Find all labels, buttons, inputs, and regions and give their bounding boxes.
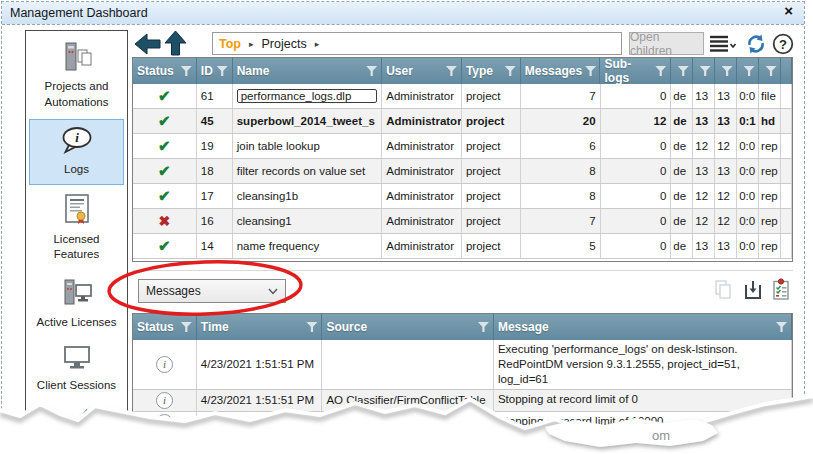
column-header-sub-logs[interactable]: Sub-logs (600, 58, 671, 84)
table-cell: de (671, 184, 693, 208)
breadcrumb: Top ▸ Projects ▸ (212, 32, 622, 55)
table-cell: 0:0 (737, 134, 759, 158)
column-header-status[interactable]: Status (133, 58, 197, 84)
refresh-icon[interactable] (745, 33, 767, 59)
column-header[interactable] (759, 58, 781, 84)
column-header-message[interactable]: Message (494, 314, 792, 340)
column-header[interactable] (715, 58, 737, 84)
table-row[interactable]: ✔19join table lookupAdministratorproject… (133, 134, 792, 159)
column-header-name[interactable]: Name (233, 58, 382, 84)
column-header[interactable] (737, 58, 759, 84)
table-cell: 19 (197, 134, 233, 158)
table-cell: ✔ (133, 234, 197, 258)
table-cell: rep (759, 184, 781, 208)
sidebar-item-active-licenses[interactable]: Active Licenses (29, 272, 124, 338)
column-header-user[interactable]: User (382, 58, 462, 84)
table-row[interactable]: ✔14name frequencyAdministratorproject50d… (133, 234, 792, 259)
column-header-label: Type (466, 64, 493, 78)
table-cell: filter records on value set (233, 159, 383, 183)
table-cell: 12 (693, 184, 715, 208)
table-cell: 0:0 (737, 84, 759, 108)
sidebar-item-logs[interactable]: iLogs (29, 119, 124, 185)
table-cell: ✔ (133, 109, 197, 133)
sidebar-item-label: Licensed Features (32, 232, 121, 263)
table-cell: 4/23/2021 1:51:57 PM (197, 412, 323, 433)
column-header-source[interactable]: Source (322, 314, 493, 340)
filter-funnel-icon[interactable] (744, 66, 755, 76)
filter-funnel-icon[interactable] (181, 66, 192, 76)
import-icon[interactable] (743, 279, 763, 305)
table-row[interactable]: ✔18filter records on value setAdministra… (133, 159, 792, 184)
breadcrumb-separator: ▸ (315, 39, 320, 49)
column-header[interactable] (671, 58, 693, 84)
filter-funnel-icon[interactable] (446, 66, 457, 76)
table-row[interactable]: i4/23/2021 1:51:51 PMExecuting 'performa… (133, 340, 792, 390)
column-header-type[interactable]: Type (462, 58, 521, 84)
table-row[interactable]: ✔61performance_logs.dlpAdministratorproj… (133, 84, 792, 109)
help-icon[interactable]: ? (772, 33, 794, 59)
column-header-status[interactable]: Status (133, 314, 197, 340)
table-cell: 8 (521, 184, 601, 208)
detail-view-dropdown[interactable]: Messages (138, 279, 286, 303)
table-header-row: StatusIDNameUserTypeMessagesSub-logs (133, 58, 792, 84)
table-cell (781, 84, 792, 108)
breadcrumb-root[interactable]: Top (219, 37, 241, 51)
sidebar-item-projects-automations[interactable]: Projects and Automations (29, 36, 124, 117)
table-cell: cleansing1 (233, 209, 383, 233)
column-header-messages[interactable]: Messages (521, 58, 601, 84)
table-cell: ✔ (133, 84, 197, 108)
sidebar-item-licensed-features[interactable]: Licensed Features (29, 187, 124, 270)
column-header-label: Status (137, 64, 174, 78)
filter-funnel-icon[interactable] (478, 322, 489, 332)
table-cell: project (462, 184, 521, 208)
table-cell: 13 (715, 159, 737, 183)
table-row[interactable]: i4/23/2021 1:51:51 PMAO Classifier/FirmC… (133, 390, 792, 412)
report-icon[interactable] (771, 278, 791, 305)
table-row[interactable]: ✖16cleansing1Administratorproject70de121… (133, 209, 792, 234)
filter-funnel-icon[interactable] (366, 66, 377, 76)
table-row[interactable]: i4/23/2021 1:51:57 PMDLDInputStopping at… (133, 412, 792, 434)
column-header[interactable] (781, 58, 792, 84)
column-header-time[interactable]: Time (197, 314, 323, 340)
filter-funnel-icon[interactable] (722, 66, 733, 76)
filter-funnel-icon[interactable] (585, 66, 596, 76)
table-cell: 4/23/2021 1:51:51 PM (197, 340, 323, 389)
column-header-label: User (386, 64, 413, 78)
filter-funnel-icon[interactable] (217, 66, 228, 76)
info-icon: i (156, 392, 173, 409)
name-edit-box[interactable]: performance_logs.dlp (237, 89, 378, 103)
error-x-icon: ✖ (159, 213, 171, 229)
pane-splitter[interactable] (132, 270, 793, 271)
licensed-features-icon (62, 193, 92, 229)
filter-funnel-icon[interactable] (306, 322, 317, 332)
table-cell: de (671, 134, 693, 158)
sidebar-item-modules[interactable]: Modules (29, 403, 124, 454)
close-icon[interactable]: × (784, 1, 793, 21)
column-header-label: Sub-logs (604, 58, 652, 84)
table-cell: Administrator (382, 134, 462, 158)
sidebar-item-client-sessions[interactable]: Client Sessions (29, 339, 124, 401)
open-children-button[interactable]: Open children (629, 32, 704, 55)
filter-funnel-icon[interactable] (700, 66, 711, 76)
menu-icon[interactable] (708, 33, 738, 59)
filter-funnel-icon[interactable] (181, 322, 192, 332)
back-icon[interactable] (134, 33, 161, 59)
sidebar-item-label: Modules (55, 442, 98, 454)
table-cell: 13 (715, 234, 737, 258)
column-header-label: ID (201, 64, 213, 78)
breadcrumb-item-projects[interactable]: Projects (262, 37, 307, 51)
copy-icon[interactable] (713, 279, 733, 305)
table-cell: rep (759, 134, 781, 158)
table-cell: cleansing1b (233, 184, 383, 208)
success-check-icon: ✔ (158, 87, 171, 105)
column-header-id[interactable]: ID (197, 58, 233, 84)
filter-funnel-icon[interactable] (655, 66, 666, 76)
filter-funnel-icon[interactable] (776, 322, 787, 332)
filter-funnel-icon[interactable] (766, 66, 777, 76)
filter-funnel-icon[interactable] (505, 66, 516, 76)
table-row[interactable]: ✔17cleansing1bAdministratorproject80de12… (133, 184, 792, 209)
up-icon[interactable] (164, 30, 187, 60)
table-row[interactable]: ✔45superbowl_2014_tweet_sAdministratorpr… (133, 109, 792, 134)
column-header[interactable] (693, 58, 715, 84)
filter-funnel-icon[interactable] (678, 66, 689, 76)
